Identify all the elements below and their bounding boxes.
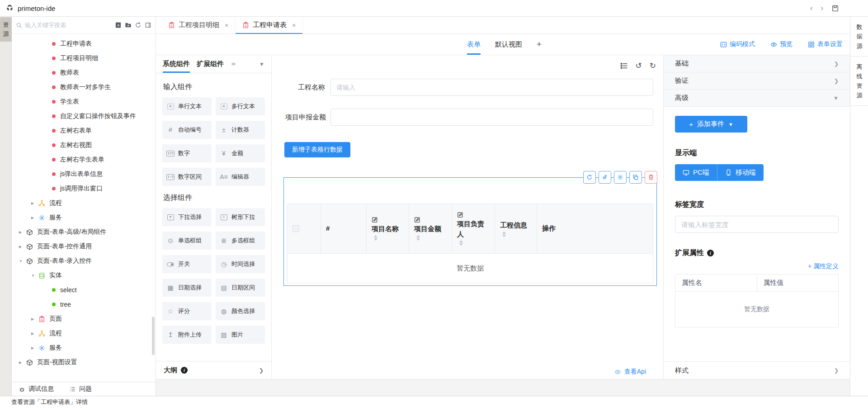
component-chip[interactable]: ≡树形下拉 bbox=[216, 208, 265, 226]
nav-forward-icon[interactable]: › bbox=[821, 4, 823, 13]
component-chip[interactable]: A≡编辑器 bbox=[216, 168, 265, 186]
outline-footer[interactable]: 大纲 i ❯ bbox=[156, 361, 271, 379]
add-view-button[interactable]: + bbox=[537, 39, 542, 49]
close-icon[interactable]: × bbox=[292, 22, 296, 29]
undo-icon[interactable]: ↺ bbox=[636, 62, 642, 70]
component-chip[interactable]: ☆评分 bbox=[162, 302, 212, 320]
tree-item[interactable]: 教师表 bbox=[12, 66, 156, 80]
component-chip[interactable]: ⊙单选框组 bbox=[162, 232, 212, 250]
offline-resource-strip-tab[interactable]: 离线资源 bbox=[850, 57, 868, 106]
tree-item[interactable]: ▶服务 bbox=[12, 210, 156, 225]
bottom-tab-debug[interactable]: 调试信息 bbox=[19, 385, 54, 393]
nav-back-icon[interactable]: ‹ bbox=[810, 4, 813, 13]
locate-file-icon[interactable]: a bbox=[115, 22, 122, 28]
add-event-button[interactable]: + 添加事件 ▼ bbox=[675, 116, 747, 133]
section-header-validation[interactable]: 验证❯ bbox=[664, 72, 850, 90]
view-api-link[interactable]: 查看Api bbox=[614, 368, 646, 376]
tree-item[interactable]: 左树右学生表单 bbox=[12, 152, 156, 167]
component-chip[interactable]: ◷时间选择 bbox=[216, 255, 265, 273]
redo-icon[interactable]: ↻ bbox=[650, 62, 656, 70]
section-header-advanced[interactable]: 高级▼ bbox=[664, 90, 850, 107]
tree-item[interactable]: 左树右视图 bbox=[12, 138, 156, 152]
tree-item[interactable]: js弹出表单信息 bbox=[12, 167, 156, 181]
canvas-bottom-scroll-area[interactable] bbox=[156, 379, 850, 396]
component-chip[interactable]: ↥附件上传 bbox=[162, 326, 212, 344]
palette-tab[interactable]: 扩展组件 bbox=[197, 55, 224, 73]
header-checkbox[interactable] bbox=[292, 225, 299, 232]
search-input[interactable] bbox=[25, 22, 112, 28]
tree-item[interactable]: 学生表 bbox=[12, 95, 156, 109]
expander-closed-icon[interactable]: ▶ bbox=[31, 216, 38, 220]
component-chip[interactable]: A单行文本 bbox=[162, 97, 212, 115]
tree-item[interactable]: 自定义窗口操作按钮及事件 bbox=[12, 109, 156, 123]
selected-subtable-component[interactable]: #项目名称项目金额项目负责人工程信息操作 暂无数据 bbox=[283, 177, 657, 286]
tree-item[interactable]: ▶服务 bbox=[12, 341, 156, 355]
component-chip[interactable]: ◍颜色选择 bbox=[216, 302, 265, 320]
save-icon[interactable] bbox=[831, 5, 839, 12]
expander-closed-icon[interactable]: ▶ bbox=[19, 230, 26, 234]
expander-closed-icon[interactable]: ▶ bbox=[31, 317, 38, 321]
tree-item[interactable]: ▶页面-表单-控件通用 bbox=[12, 239, 156, 254]
tree-scrollbar[interactable] bbox=[152, 317, 155, 355]
style-section-header[interactable]: 样式 ❯ bbox=[664, 361, 850, 379]
component-chip[interactable]: ▨图片 bbox=[216, 326, 265, 344]
component-chip[interactable]: ¥金额 bbox=[216, 144, 265, 162]
expander-closed-icon[interactable]: ▶ bbox=[31, 201, 38, 205]
close-icon[interactable]: × bbox=[225, 22, 228, 29]
doc-tab[interactable]: 工程项目明细× bbox=[161, 17, 236, 33]
tree-item[interactable]: select bbox=[12, 283, 156, 297]
tree-item[interactable]: 教师表一对多学生 bbox=[12, 80, 156, 95]
refresh-icon[interactable] bbox=[135, 22, 142, 28]
tree-item[interactable]: js调用弹出窗口 bbox=[12, 181, 156, 196]
component-chip[interactable]: ±计数器 bbox=[216, 121, 265, 139]
add-subtable-row-button[interactable]: 新增子表格行数据 bbox=[284, 142, 350, 157]
collapse-panel-icon[interactable] bbox=[145, 22, 151, 28]
doc-tab[interactable]: 工程申请表× bbox=[236, 17, 303, 33]
palette-drag-handle-icon[interactable] bbox=[231, 61, 236, 67]
tree-item[interactable]: ▶页面-表单-高级/布局组件 bbox=[12, 225, 156, 239]
component-chip[interactable]: ≣多选框组 bbox=[216, 232, 265, 250]
expander-closed-icon[interactable]: ▶ bbox=[19, 361, 26, 365]
expander-closed-icon[interactable]: ▶ bbox=[31, 346, 38, 350]
tree-item[interactable]: ▼实体 bbox=[12, 268, 156, 283]
tree-item[interactable]: ▶页面 bbox=[12, 312, 156, 326]
mobile-display-button[interactable]: 移动端 bbox=[717, 164, 764, 181]
tree-item[interactable]: ▶流程 bbox=[12, 326, 156, 341]
tree-item[interactable]: 工程申请表 bbox=[12, 37, 156, 51]
component-settings-button[interactable] bbox=[614, 171, 627, 184]
tree-item[interactable]: 工程项目明细 bbox=[12, 51, 156, 66]
outline-icon[interactable] bbox=[620, 62, 628, 70]
preview-button[interactable]: 预览 bbox=[770, 40, 793, 48]
sort-caret-icon[interactable] bbox=[502, 232, 506, 237]
view-tab[interactable]: 默认视图 bbox=[495, 34, 522, 55]
palette-collapse-icon[interactable]: ▼ bbox=[259, 61, 264, 67]
tree-item[interactable]: tree bbox=[12, 297, 156, 312]
expander-open-icon[interactable]: ▼ bbox=[31, 274, 38, 278]
component-chip[interactable]: A多行文本 bbox=[216, 97, 265, 115]
tree-item[interactable]: ▶流程 bbox=[12, 196, 156, 210]
expander-open-icon[interactable]: ▼ bbox=[19, 259, 26, 263]
bind-data-button[interactable] bbox=[599, 171, 611, 184]
property-define-link[interactable]: + 属性定义 bbox=[808, 262, 839, 270]
refresh-component-button[interactable] bbox=[583, 171, 596, 184]
sort-caret-icon[interactable] bbox=[416, 235, 420, 241]
component-chip[interactable]: 开关 bbox=[162, 255, 212, 273]
expander-closed-icon[interactable]: ▶ bbox=[31, 332, 38, 336]
component-chip[interactable]: 123数字 bbox=[162, 144, 212, 162]
palette-tab[interactable]: 系统组件 bbox=[163, 55, 190, 73]
expander-closed-icon[interactable]: ▶ bbox=[19, 245, 26, 249]
field-input[interactable] bbox=[330, 79, 653, 96]
resources-strip-tab[interactable]: 资源 bbox=[0, 17, 12, 42]
section-header-basic[interactable]: 基础❯ bbox=[664, 55, 850, 72]
form-settings-button[interactable]: 表单设置 bbox=[808, 40, 843, 48]
copy-component-button[interactable] bbox=[629, 171, 642, 184]
add-folder-icon[interactable] bbox=[125, 22, 132, 28]
tree-item[interactable]: ▶页面-视图设置 bbox=[12, 355, 156, 370]
component-chip[interactable]: 1~3数字区间 bbox=[162, 168, 212, 186]
field-input[interactable] bbox=[330, 109, 653, 126]
pc-display-button[interactable]: PC端 bbox=[675, 164, 717, 181]
tree-item[interactable]: 左树右表单 bbox=[12, 123, 156, 138]
sort-caret-icon[interactable] bbox=[374, 235, 377, 241]
datasource-strip-tab[interactable]: 数据源 bbox=[850, 17, 868, 57]
bottom-tab-problems[interactable]: 问题 bbox=[69, 385, 92, 393]
